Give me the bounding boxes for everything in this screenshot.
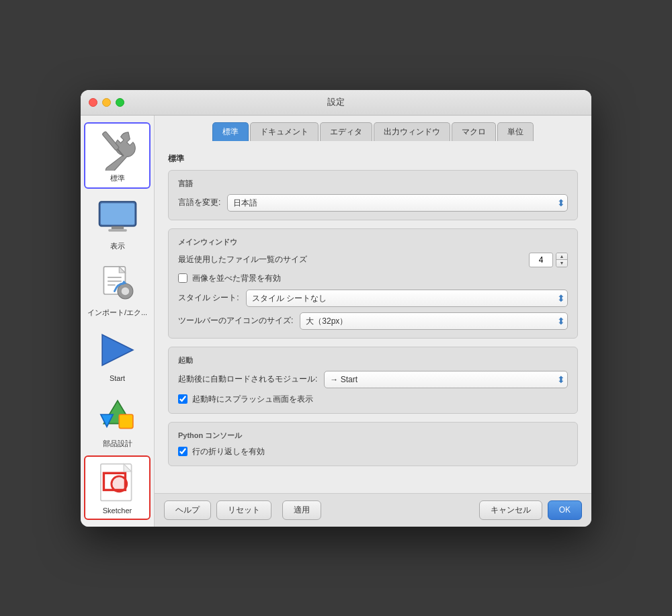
apply-button[interactable]: 適用 — [282, 500, 321, 520]
python-console-section: Python コンソール 行の折り返しを有効 — [168, 422, 578, 466]
sidebar-item-display[interactable]: 表示 — [84, 191, 151, 255]
main-content: 標準 言語 言語を変更: 日本語 English Deutsch — [155, 141, 591, 493]
svg-rect-16 — [119, 414, 133, 429]
toolbar-size-select[interactable]: 大（32px） 中（24px） 小（16px） — [300, 312, 568, 330]
sidebar-label-import: インポート/エク... — [87, 308, 147, 318]
stylesheet-label: スタイル シート: — [178, 292, 239, 304]
stylesheet-select-wrapper: スタイル シートなし ⬍ — [246, 290, 568, 307]
settings-window: 設定 — [81, 90, 591, 527]
svg-point-20 — [111, 476, 126, 491]
sidebar-item-start[interactable]: Start — [84, 324, 151, 386]
sidebar-label-display: 表示 — [110, 241, 125, 251]
splash-label: 起動時にスプラッシュ画面を表示 — [192, 394, 313, 405]
sidebar-item-import[interactable]: インポート/エク... — [84, 258, 151, 322]
language-row: 言語を変更: 日本語 English Deutsch ⬍ — [178, 194, 568, 212]
window-body: 標準 表示 — [81, 116, 591, 527]
language-select[interactable]: 日本語 English Deutsch — [227, 194, 568, 212]
titlebar: 設定 — [81, 90, 591, 116]
toolbar-size-label: ツールバーのアイコンのサイズ: — [178, 315, 293, 326]
sidebar: 標準 表示 — [81, 116, 155, 527]
help-button[interactable]: ヘルプ — [164, 500, 211, 520]
autoload-label: 起動後に自動ロードされるモジュール: — [178, 373, 317, 385]
svg-rect-4 — [111, 226, 123, 229]
stylesheet-row: スタイル シート: スタイル シートなし ⬍ — [178, 290, 568, 307]
tile-images-row: 画像を並べた背景を有効 — [178, 273, 568, 284]
tab-macro[interactable]: マクロ — [452, 122, 496, 141]
sidebar-item-parts[interactable]: 部品設計 — [84, 389, 151, 453]
tile-images-label: 画像を並べた背景を有効 — [192, 273, 281, 284]
recent-files-control: ▲ ▼ — [314, 253, 568, 267]
minimize-button[interactable] — [102, 98, 111, 107]
sidebar-label-sketcher: Sketcher — [103, 507, 132, 515]
window-title: 設定 — [327, 96, 345, 108]
sidebar-label-start: Start — [110, 374, 125, 382]
splash-row: 起動時にスプラッシュ画面を表示 — [178, 394, 568, 405]
stepper-arrows: ▲ ▼ — [556, 253, 568, 267]
footer: ヘルプ リセット 適用 キャンセル OK — [155, 493, 591, 527]
sketcher-icon — [96, 461, 139, 504]
sidebar-label-standard: 標準 — [110, 173, 125, 183]
toolbar-size-row: ツールバーのアイコンのサイズ: 大（32px） 中（24px） 小（16px） … — [178, 312, 568, 330]
svg-point-12 — [121, 287, 128, 294]
stylesheet-control: スタイル シートなし ⬍ — [246, 290, 568, 307]
word-wrap-label: 行の折り返しを有効 — [192, 446, 265, 457]
stepper-up-button[interactable]: ▲ — [556, 253, 567, 261]
svg-rect-3 — [100, 203, 134, 224]
maximize-button[interactable] — [116, 98, 124, 107]
tab-bar: 標準 ドキュメント エディタ 出力ウィンドウ マクロ 単位 — [155, 116, 591, 141]
language-section-title: 言語 — [178, 179, 568, 189]
svg-rect-5 — [108, 229, 126, 231]
sidebar-item-standard[interactable]: 標準 — [84, 122, 151, 189]
stepper-down-button[interactable]: ▼ — [556, 260, 567, 267]
language-select-wrapper: 日本語 English Deutsch ⬍ — [227, 194, 568, 212]
autoload-control: → Start ⬍ — [324, 371, 568, 388]
autoload-row: 起動後に自動ロードされるモジュール: → Start ⬍ — [178, 371, 568, 388]
footer-right: キャンセル OK — [479, 500, 582, 520]
autoload-select-wrapper: → Start ⬍ — [324, 371, 568, 388]
sidebar-label-parts: 部品設計 — [103, 439, 132, 449]
cancel-button[interactable]: キャンセル — [479, 500, 542, 520]
close-button[interactable] — [89, 98, 97, 107]
word-wrap-row: 行の折り返しを有効 — [178, 446, 568, 457]
recent-files-row: 最近使用したファイル一覧のサイズ ▲ ▼ — [178, 253, 568, 267]
main-window-section-title: メインウィンドウ — [178, 237, 568, 247]
toolbar-size-select-wrapper: 大（32px） 中（24px） 小（16px） ⬍ — [300, 312, 568, 330]
display-icon — [96, 195, 139, 238]
language-section: 言語 言語を変更: 日本語 English Deutsch ⬍ — [168, 170, 578, 220]
sidebar-item-sketcher[interactable]: Sketcher — [84, 455, 151, 520]
ok-button[interactable]: OK — [548, 500, 582, 520]
tab-standard[interactable]: 標準 — [212, 122, 249, 141]
splash-checkbox[interactable] — [178, 394, 187, 404]
tab-document[interactable]: ドキュメント — [250, 122, 319, 141]
footer-left: ヘルプ リセット — [164, 500, 271, 520]
tools-icon — [96, 128, 139, 171]
recent-files-label: 最近使用したファイル一覧のサイズ — [178, 254, 307, 265]
parts-icon — [96, 393, 139, 436]
word-wrap-checkbox[interactable] — [178, 447, 187, 456]
stylesheet-select[interactable]: スタイル シートなし — [246, 290, 568, 307]
recent-files-stepper: ▲ ▼ — [529, 253, 568, 267]
main-section-title: 標準 — [168, 153, 578, 165]
tab-editor[interactable]: エディタ — [320, 122, 372, 141]
language-control: 日本語 English Deutsch ⬍ — [227, 194, 568, 212]
traffic-lights — [89, 98, 124, 107]
tab-output[interactable]: 出力ウィンドウ — [374, 122, 450, 141]
reset-button[interactable]: リセット — [216, 500, 271, 520]
change-language-label: 言語を変更: — [178, 197, 220, 208]
tile-images-checkbox[interactable] — [178, 273, 187, 283]
main-window-section: メインウィンドウ 最近使用したファイル一覧のサイズ ▲ ▼ — [168, 228, 578, 339]
content-area: 標準 ドキュメント エディタ 出力ウィンドウ マクロ 単位 標準 言語 言語を変… — [155, 116, 591, 527]
svg-marker-14 — [102, 335, 133, 365]
toolbar-size-control: 大（32px） 中（24px） 小（16px） ⬍ — [300, 312, 568, 330]
python-console-title: Python コンソール — [178, 431, 568, 441]
import-icon — [96, 262, 139, 305]
start-icon — [96, 328, 139, 371]
autoload-select[interactable]: → Start — [324, 371, 568, 388]
startup-section: 起動 起動後に自動ロードされるモジュール: → Start ⬍ — [168, 347, 578, 414]
recent-files-input[interactable] — [529, 253, 553, 267]
tab-unit[interactable]: 単位 — [497, 122, 534, 141]
startup-section-title: 起動 — [178, 355, 568, 365]
